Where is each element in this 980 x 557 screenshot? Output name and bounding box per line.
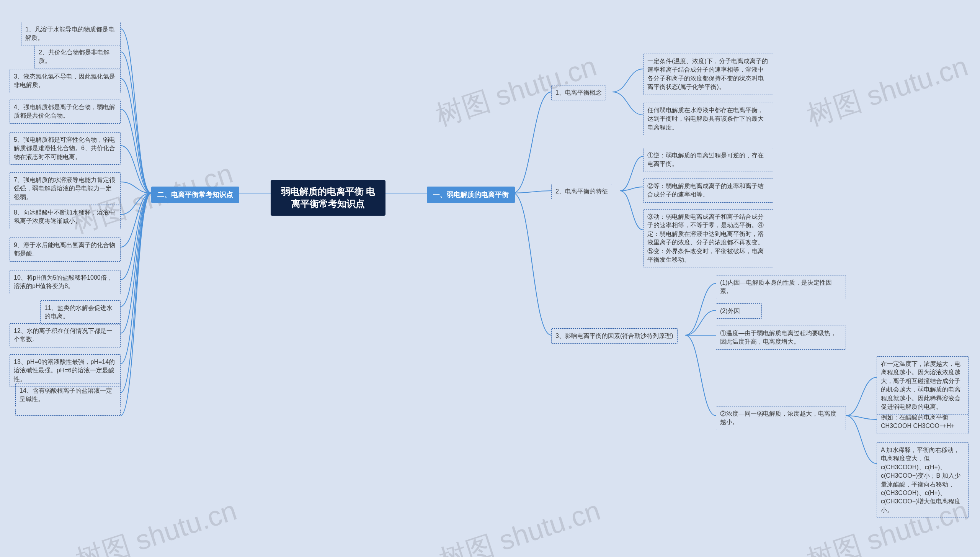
right-sub-3-leaf-2: (2)外因 (716, 303, 762, 319)
right-sub-3-conc-leaf-1: 在一定温度下，浓度越大，电离程度越小。因为溶液浓度越大，离子相互碰撞结合成分子的… (877, 356, 969, 414)
left-leaf-9: 10、将pH值为5的盐酸稀释1000倍，溶液的pH值将变为8。 (10, 270, 121, 294)
mindmap-canvas: 树图 shutu.cn 树图 shutu.cn 树图 shutu.cn 树图 s… (0, 0, 980, 557)
watermark: 树图 shutu.cn (71, 492, 242, 557)
left-leaf-10: 11、盐类的水解会促进水的电离。 (40, 300, 121, 324)
right-sub-1: 1、电离平衡概念 (551, 85, 606, 100)
branch-right: 一、弱电解质的电离平衡 (427, 187, 515, 203)
left-leaf-13: 14、含有弱酸根离子的盐溶液一定呈碱性。 (15, 383, 121, 407)
right-sub-3: 3、影响电离平衡的因素(符合勒沙特列原理) (551, 328, 678, 344)
right-sub-3-concentration: ②浓度—同一弱电解质，浓度越大，电离度越小。 (716, 406, 846, 430)
left-leaf-11: 12、水的离子积在任何情况下都是一个常数。 (10, 323, 121, 347)
right-sub-2-leaf-1: ①逆：弱电解质的电离过程是可逆的，存在电离平衡。 (643, 148, 773, 172)
left-leaf-6: 7、强电解质的水溶液导电能力肯定很强强，弱电解质溶液的导电能力一定很弱。 (10, 172, 121, 205)
left-leaf-4: 4、强电解质都是离子化合物，弱电解质都是共价化合物。 (10, 100, 121, 124)
left-leaf-3: 3、液态氯化氢不导电，因此氯化氢是非电解质。 (10, 69, 121, 93)
center-node: 弱电解质的电离平衡 电离平衡常考知识点 (271, 180, 385, 216)
right-sub-1-leaf-2: 任何弱电解质在水溶液中都存在电离平衡，达到平衡时，弱电解质具有该条件下的最大电离… (643, 103, 773, 135)
left-leaf-1: 1、凡溶于水能导电的物质都是电解质。 (21, 22, 121, 46)
left-leaf-14 (15, 409, 121, 416)
right-sub-3-conc-leaf-3: A 加水稀释，平衡向右移动，电离程度变大，但c(CH3COOH)、c(H+)、c… (877, 442, 969, 518)
right-sub-3-leaf-1: (1)内因—电解质本身的性质，是决定性因素。 (716, 275, 846, 299)
right-sub-2-leaf-2: ②等：弱电解质电离成离子的速率和离子结合成分子的速率相等。 (643, 179, 773, 203)
right-sub-1-leaf-1: 一定条件(温度、浓度)下，分子电离成离子的速率和离子结合成分子的速率相等，溶液中… (643, 54, 773, 95)
right-sub-3-leaf-3: ①温度—由于弱电解质电离过程均要吸热，因此温度升高，电离度增大。 (716, 326, 846, 350)
left-leaf-8: 9、溶于水后能电离出氢离子的化合物都是酸。 (10, 238, 121, 262)
branch-left: 二、电离平衡常考知识点 (151, 187, 239, 203)
watermark: 树图 shutu.cn (435, 492, 605, 557)
left-leaf-2: 2、共价化合物都是非电解质。 (34, 45, 121, 69)
left-leaf-5: 5、强电解质都是可溶性化合物，弱电解质都是难溶性化合物。6、共价化合物在液态时不… (10, 132, 121, 165)
left-leaf-12: 13、pH=0的溶液酸性最强，pH=14的溶液碱性最强。pH=6的溶液一定显酸性… (10, 354, 121, 387)
right-sub-2-leaf-3: ③动：弱电解质电离成离子和离子结合成分子的速率相等，不等于零，是动态平衡。④定：… (643, 209, 773, 267)
watermark: 树图 shutu.cn (802, 48, 973, 134)
left-leaf-7: 8、向冰醋酸中不断加水稀释，溶液中氢离子浓度将逐渐减小。 (10, 205, 121, 229)
right-sub-3-conc-leaf-2: 例如：在醋酸的电离平衡 CH3COOH CH3COO−+H+ (877, 410, 969, 434)
right-sub-2: 2、电离平衡的特征 (551, 184, 612, 199)
